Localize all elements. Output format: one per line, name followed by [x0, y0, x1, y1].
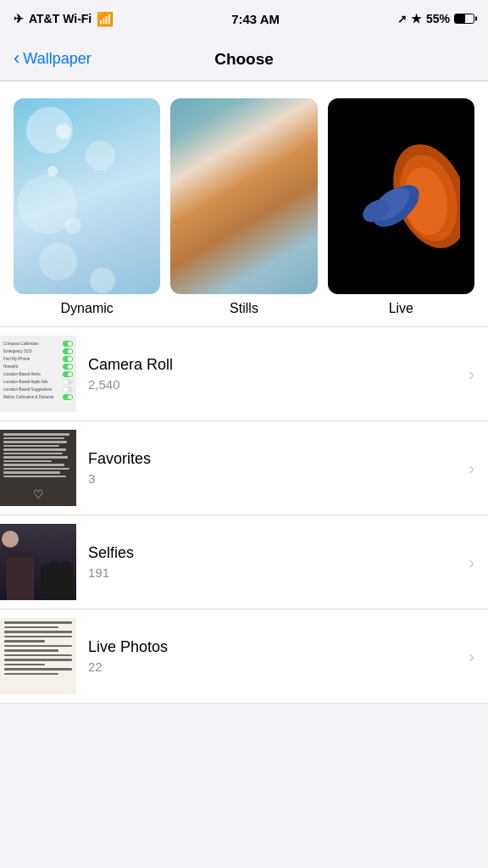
album-item-selfies[interactable]: Selfies 191 ›: [0, 515, 488, 609]
album-list: Compass Calibration Emergency SOS Find M…: [0, 327, 488, 704]
wallpaper-type-live[interactable]: Live: [328, 98, 474, 316]
selfies-thumb: [0, 524, 76, 600]
chevron-right-icon: ›: [469, 647, 474, 666]
stills-thumb: [170, 98, 317, 294]
wallpaper-type-stills[interactable]: Stills: [170, 98, 317, 316]
chevron-right-icon: ›: [469, 459, 474, 478]
bluetooth-icon: ★: [411, 12, 422, 25]
album-info-selfies: Selfies 191: [88, 544, 462, 580]
album-name: Live Photos: [88, 638, 462, 656]
page-title: Choose: [214, 50, 274, 69]
album-info-live-photos: Live Photos 22: [88, 638, 462, 674]
back-label: Wallpaper: [23, 50, 91, 68]
status-carrier: ✈ AT&T Wi-Fi 📶: [14, 11, 114, 27]
airplane-icon: ✈: [14, 12, 24, 25]
dynamic-thumb: [14, 98, 160, 294]
album-item-camera-roll[interactable]: Compass Calibration Emergency SOS Find M…: [0, 327, 488, 421]
battery-percent: 55%: [426, 12, 450, 25]
live-photos-thumb: [0, 618, 76, 694]
wallpaper-type-dynamic[interactable]: Dynamic: [14, 98, 160, 316]
location-icon: ↗: [397, 13, 407, 25]
album-name: Favorites: [88, 450, 462, 468]
album-info-camera-roll: Camera Roll 2,540: [88, 356, 462, 392]
chevron-right-icon: ›: [469, 553, 474, 572]
main-content: Dynamic Stills: [0, 81, 488, 704]
chevron-right-icon: ›: [469, 364, 474, 384]
favorites-thumb: ♡: [0, 430, 76, 506]
heart-icon: ♡: [33, 487, 44, 501]
album-count: 22: [88, 659, 462, 674]
album-count: 2,540: [88, 377, 462, 392]
status-bar: ✈ AT&T Wi-Fi 📶 7:43 AM ↗ ★ 55%: [0, 0, 488, 37]
album-item-favorites[interactable]: ♡ Favorites 3 ›: [0, 421, 488, 515]
fish-svg: [342, 118, 460, 275]
camera-roll-thumb: Compass Calibration Emergency SOS Find M…: [0, 336, 76, 412]
stills-label: Stills: [230, 301, 258, 316]
album-info-favorites: Favorites 3: [88, 450, 462, 486]
live-label: Live: [389, 301, 413, 316]
status-indicators: ↗ ★ 55%: [397, 12, 474, 25]
album-name: Selfies: [88, 544, 462, 562]
battery-icon: [454, 14, 474, 24]
album-count: 191: [88, 565, 462, 580]
album-count: 3: [88, 471, 462, 486]
nav-bar: ‹ Wallpaper Choose: [0, 37, 488, 81]
back-button[interactable]: ‹ Wallpaper: [14, 50, 92, 68]
wallpaper-type-grid: Dynamic Stills: [0, 81, 488, 326]
album-item-live-photos[interactable]: Live Photos 22 ›: [0, 609, 488, 704]
status-time: 7:43 AM: [231, 12, 280, 26]
wifi-icon: 📶: [97, 11, 114, 27]
live-thumb: [328, 98, 474, 294]
dynamic-label: Dynamic: [61, 301, 114, 316]
album-name: Camera Roll: [88, 356, 462, 374]
chevron-left-icon: ‹: [14, 49, 19, 68]
